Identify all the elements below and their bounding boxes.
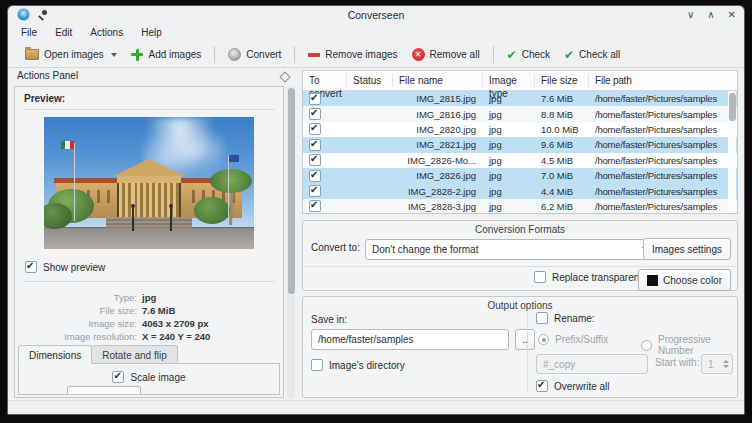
dimensions-tab-pane: Scale image (18, 363, 280, 395)
tree (44, 203, 72, 229)
row-checkbox[interactable] (309, 185, 321, 197)
rename-checkbox[interactable] (536, 312, 548, 324)
table-row[interactable]: IMG_2815.jpgjpg7.6 MiB/home/faster/Pictu… (303, 91, 737, 106)
menu-file[interactable]: File (12, 23, 46, 42)
prefix-suffix-label: Prefix/Suffix (555, 334, 608, 345)
row-checkbox[interactable] (309, 139, 321, 151)
cell-to-convert (303, 168, 347, 183)
rename-pattern-input[interactable]: #_copy (536, 354, 648, 374)
show-preview-checkbox[interactable] (25, 261, 37, 273)
add-images-button[interactable]: Add images (124, 44, 208, 66)
images-directory-label: Image's directory (329, 360, 405, 371)
tree (194, 197, 230, 224)
toolbar: Open images Add images Convert Remove im… (8, 42, 744, 68)
col-status[interactable]: Status (347, 74, 393, 87)
add-images-label: Add images (148, 49, 201, 60)
table-scrollbar[interactable] (728, 91, 736, 212)
panel-scrollbar-thumb[interactable] (288, 88, 295, 294)
remove-images-button[interactable]: Remove images (301, 44, 404, 66)
remove-all-button[interactable]: ✕ Remove all (405, 44, 487, 66)
row-checkbox[interactable] (309, 108, 321, 120)
cell-file-path: /home/faster/Pictures/samples (589, 122, 728, 137)
table-row[interactable]: IMG_2828-2.jpgjpg4.4 MiB/home/faster/Pic… (303, 183, 737, 198)
file-size-label: File size: (15, 305, 137, 316)
spinner-arrows-icon[interactable] (723, 360, 729, 368)
tab-rotate-flip[interactable]: Rotate and flip (92, 345, 178, 364)
italian-flag (61, 141, 74, 149)
image-size-value: 4063 x 2709 px (142, 318, 209, 329)
building-stairs (106, 217, 192, 228)
palm-tree (210, 169, 252, 193)
menu-help[interactable]: Help (132, 23, 171, 42)
color-swatch-icon (647, 275, 658, 286)
check-all-button[interactable]: ✔ Check all (557, 44, 627, 66)
cell-file-path: /home/faster/Pictures/samples (589, 106, 728, 121)
images-settings-button[interactable]: Images settings (643, 238, 731, 260)
row-checkbox[interactable] (309, 170, 321, 182)
close-button[interactable]: ✕ (728, 8, 736, 21)
table-row[interactable]: IMG_2826-Mo...jpg4.5 MiB/home/faster/Pic… (303, 153, 737, 168)
toolbar-separator (214, 46, 215, 63)
table-row[interactable]: IMG_2828-3.jpgjpg6.2 MiB/home/faster/Pic… (303, 199, 737, 214)
row-checkbox[interactable] (309, 200, 321, 212)
toolbar-separator (493, 46, 494, 63)
cell-image-type: jpg (483, 106, 535, 121)
progressive-number-radio[interactable] (641, 340, 652, 351)
check-button[interactable]: ✔ Check (500, 44, 557, 66)
cell-file-name: IMG_2820.jpg (393, 122, 483, 137)
replace-background-checkbox[interactable] (534, 271, 546, 283)
col-to-convert[interactable]: To convert (303, 74, 347, 87)
col-file-name[interactable]: File name (393, 74, 483, 87)
divider (23, 109, 275, 110)
menu-edit[interactable]: Edit (46, 23, 81, 42)
col-file-size[interactable]: File size (535, 74, 589, 87)
row-checkbox[interactable] (309, 123, 321, 135)
resolution-label: Image resolution: (15, 331, 137, 342)
table-scrollbar-thumb[interactable] (729, 93, 736, 121)
cell-to-convert (303, 91, 347, 106)
panel-scrollbar[interactable] (287, 86, 295, 398)
building-pediment (113, 159, 185, 176)
convert-to-label: Convert to: (311, 242, 360, 253)
table-header: To convert Status File name Image type F… (303, 71, 737, 91)
cell-status (347, 183, 393, 198)
tab-dimensions[interactable]: Dimensions (18, 345, 92, 364)
save-in-label: Save in: (311, 314, 347, 325)
maximize-button[interactable]: ∧ (707, 8, 714, 21)
cell-image-type: jpg (483, 137, 535, 152)
start-with-spinner[interactable]: 1 (701, 354, 733, 374)
divider (23, 281, 275, 282)
convert-button[interactable]: Convert (221, 44, 288, 66)
col-image-type[interactable]: Image type (483, 74, 535, 87)
folder-open-icon (25, 49, 39, 60)
table-row[interactable]: IMG_2816.jpgjpg8.8 MiB/home/faster/Pictu… (303, 106, 737, 121)
table-row[interactable]: IMG_2821.jpgjpg9.6 MiB/home/faster/Pictu… (303, 137, 737, 152)
choose-color-button[interactable]: Choose color (638, 269, 731, 291)
titlebar[interactable]: Converseen ∨ ∧ ✕ (8, 6, 744, 23)
table-row[interactable]: IMG_2826.jpgjpg7.0 MiB/home/faster/Pictu… (303, 168, 737, 183)
show-preview-label: Show preview (43, 262, 105, 273)
start-with-label: Start with: (655, 357, 699, 368)
prefix-suffix-radio[interactable] (538, 334, 549, 345)
output-options-group: Output options Save in: /home/faster/sam… (302, 296, 738, 398)
cell-file-size: 10.0 MiB (535, 122, 589, 137)
images-directory-checkbox[interactable] (311, 359, 323, 371)
format-select[interactable]: Don't change the format (365, 239, 657, 260)
scale-image-checkbox[interactable] (112, 371, 124, 383)
overwrite-all-checkbox[interactable] (536, 380, 548, 392)
browse-button[interactable]: .. (515, 329, 535, 350)
lamp-post (170, 207, 172, 231)
table-row[interactable]: IMG_2820.jpgjpg10.0 MiB/home/faster/Pict… (303, 122, 737, 137)
open-images-button[interactable]: Open images (18, 44, 124, 66)
cell-image-type: jpg (483, 168, 535, 183)
cell-status (347, 106, 393, 121)
row-checkbox[interactable] (309, 93, 321, 105)
col-file-path[interactable]: File path (589, 74, 728, 87)
save-path-input[interactable]: /home/faster/samples (311, 329, 509, 350)
menu-actions[interactable]: Actions (81, 23, 132, 42)
minimize-button[interactable]: ∨ (687, 8, 694, 21)
file-table-body: IMG_2815.jpgjpg7.6 MiB/home/faster/Pictu… (303, 91, 737, 214)
progressive-number-label: Progressive Number (658, 334, 737, 356)
divider (304, 266, 736, 267)
row-checkbox[interactable] (309, 154, 321, 166)
